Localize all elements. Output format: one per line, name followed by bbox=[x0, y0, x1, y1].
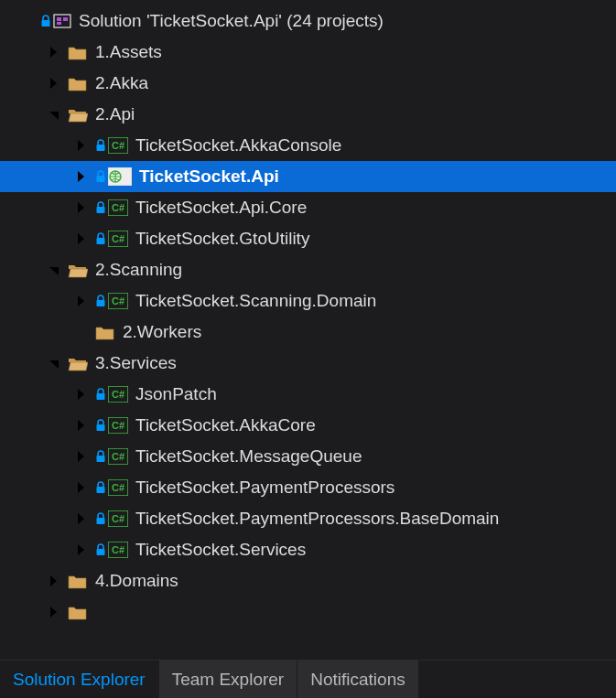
chevron-down-icon[interactable] bbox=[46, 262, 62, 278]
chevron-right-icon[interactable] bbox=[46, 75, 62, 91]
tree-item-label: 2.Scanning bbox=[95, 260, 182, 280]
chevron-right-icon[interactable] bbox=[73, 479, 90, 496]
tree-item-label: Solution 'TicketSocket.Api' (24 projects… bbox=[79, 11, 384, 31]
chevron-right-icon[interactable] bbox=[73, 510, 90, 527]
tree-row[interactable]: 4.Domains bbox=[0, 565, 616, 596]
lock-icon bbox=[95, 201, 106, 214]
tree-row[interactable]: TicketSocket.GtoUtility bbox=[0, 223, 616, 254]
tree-item-label: TicketSocket.AkkaCore bbox=[135, 415, 316, 435]
folder-open-icon bbox=[68, 262, 88, 278]
tree-row[interactable]: JsonPatch bbox=[0, 379, 616, 410]
tree-row[interactable]: 1.Assets bbox=[0, 37, 616, 68]
lock-icon bbox=[95, 543, 106, 556]
tree-item-label: TicketSocket.PaymentProcessors.BaseDomai… bbox=[135, 509, 499, 529]
tree-row[interactable]: TicketSocket.PaymentProcessors.BaseDomai… bbox=[0, 503, 616, 534]
folder-open-icon bbox=[68, 355, 88, 371]
chevron-right-icon[interactable] bbox=[73, 168, 90, 185]
tree-item-label: TicketSocket.AkkaConsole bbox=[135, 135, 341, 156]
tab-bar: Solution Explorer Team Explorer Notifica… bbox=[0, 660, 616, 698]
folder-open-icon bbox=[68, 106, 88, 123]
tree-row[interactable] bbox=[0, 596, 616, 628]
folder-icon bbox=[68, 604, 88, 620]
tree-row[interactable]: TicketSocket.PaymentProcessors bbox=[0, 472, 616, 503]
lock-icon bbox=[40, 15, 51, 27]
folder-icon bbox=[68, 573, 88, 589]
csharp-project-icon bbox=[108, 231, 128, 247]
folder-icon bbox=[68, 44, 88, 60]
csharp-project-icon bbox=[108, 448, 128, 465]
lock-icon bbox=[95, 450, 106, 463]
tree-item-label: TicketSocket.GtoUtility bbox=[135, 229, 309, 249]
tab-notifications[interactable]: Notifications bbox=[297, 660, 418, 698]
tree-item-label: TicketSocket.PaymentProcessors bbox=[135, 478, 394, 498]
csharp-project-icon bbox=[108, 293, 128, 309]
folder-icon bbox=[68, 75, 88, 91]
tree-row[interactable]: TicketSocket.Services bbox=[0, 534, 616, 565]
chevron-right-icon[interactable] bbox=[73, 542, 90, 558]
lock-icon bbox=[95, 388, 106, 401]
tree-row[interactable]: 2.Scanning bbox=[0, 254, 616, 285]
tree-item-label: 3.Services bbox=[95, 353, 177, 373]
lock-icon bbox=[95, 295, 106, 307]
tree-item-label: TicketSocket.MessageQueue bbox=[135, 446, 362, 467]
tree-item-label: TicketSocket.Api bbox=[139, 166, 279, 187]
tree-item-label: TicketSocket.Services bbox=[135, 540, 306, 560]
lock-icon bbox=[95, 481, 106, 494]
solution-tree[interactable]: Solution 'TicketSocket.Api' (24 projects… bbox=[0, 0, 616, 660]
chevron-right-icon[interactable] bbox=[46, 44, 62, 60]
chevron-right-icon[interactable] bbox=[73, 199, 90, 216]
chevron-right-icon[interactable] bbox=[73, 231, 90, 247]
chevron-down-icon[interactable] bbox=[46, 355, 62, 371]
lock-icon bbox=[95, 419, 106, 432]
tree-row[interactable]: 2.Workers bbox=[0, 317, 616, 348]
lock-icon bbox=[95, 139, 106, 152]
lock-icon bbox=[95, 170, 106, 183]
tree-row[interactable]: 2.Akka bbox=[0, 68, 616, 99]
tree-item-label: 2.Workers bbox=[123, 322, 201, 342]
chevron-down-icon[interactable] bbox=[46, 106, 62, 123]
csharp-project-icon bbox=[108, 386, 128, 403]
tree-item-label: 4.Domains bbox=[95, 571, 178, 591]
chevron-right-icon[interactable] bbox=[73, 448, 90, 465]
csharp-project-icon bbox=[108, 510, 128, 527]
tree-row[interactable]: TicketSocket.Api bbox=[0, 161, 616, 192]
tree-row[interactable]: 2.Api bbox=[0, 99, 616, 130]
tree-row[interactable]: TicketSocket.AkkaCore bbox=[0, 410, 616, 441]
chevron-right-icon[interactable] bbox=[73, 137, 90, 154]
tree-item-label: 1.Assets bbox=[95, 42, 162, 62]
csharp-project-icon bbox=[108, 479, 128, 496]
tree-item-label: 2.Api bbox=[95, 104, 135, 124]
tree-item-label: JsonPatch bbox=[135, 384, 217, 404]
tree-item-label: TicketSocket.Api.Core bbox=[135, 198, 307, 218]
chevron-right-icon[interactable] bbox=[73, 293, 90, 309]
tree-row[interactable]: TicketSocket.Api.Core bbox=[0, 192, 616, 223]
tree-row[interactable]: 3.Services bbox=[0, 348, 616, 379]
tree-row[interactable]: TicketSocket.Scanning.Domain bbox=[0, 285, 616, 317]
tree-row[interactable]: TicketSocket.AkkaConsole bbox=[0, 130, 616, 161]
web-project-icon bbox=[108, 167, 132, 186]
folder-icon bbox=[95, 324, 115, 340]
csharp-project-icon bbox=[108, 137, 128, 154]
tree-item-label: TicketSocket.Scanning.Domain bbox=[135, 291, 376, 311]
chevron-right-icon[interactable] bbox=[46, 573, 62, 589]
chevron-right-icon[interactable] bbox=[46, 604, 62, 620]
tab-team-explorer[interactable]: Team Explorer bbox=[158, 660, 297, 698]
chevron-right-icon[interactable] bbox=[73, 417, 90, 434]
tree-item-label: 2.Akka bbox=[95, 73, 148, 93]
tab-solution-explorer[interactable]: Solution Explorer bbox=[0, 660, 158, 698]
csharp-project-icon bbox=[108, 542, 128, 558]
tree-row[interactable]: TicketSocket.MessageQueue bbox=[0, 441, 616, 472]
tree-row[interactable]: Solution 'TicketSocket.Api' (24 projects… bbox=[0, 5, 616, 37]
solution-icon bbox=[53, 13, 71, 29]
csharp-project-icon bbox=[108, 199, 128, 216]
csharp-project-icon bbox=[108, 417, 128, 434]
chevron-right-icon[interactable] bbox=[73, 386, 90, 403]
lock-icon bbox=[95, 232, 106, 245]
lock-icon bbox=[95, 512, 106, 525]
